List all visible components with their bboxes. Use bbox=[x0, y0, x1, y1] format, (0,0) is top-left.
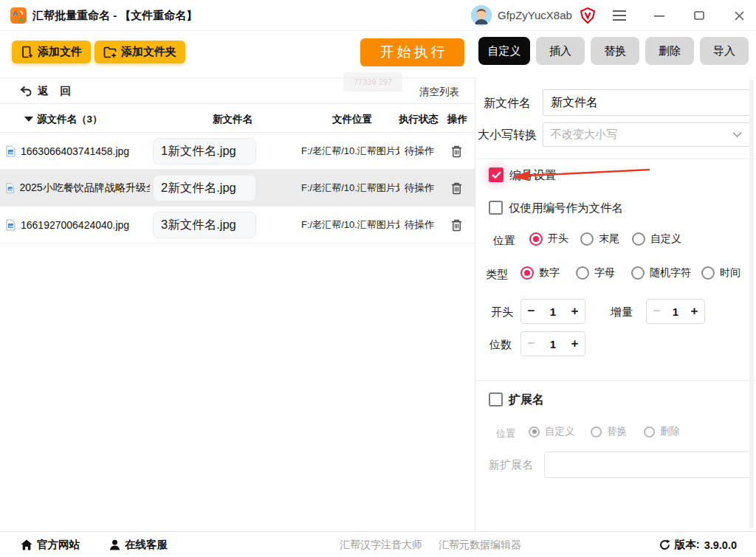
radio-position-end[interactable]: 末尾 bbox=[580, 232, 619, 246]
minus-button[interactable]: − bbox=[521, 336, 541, 351]
metadata-editor-link[interactable]: 汇帮元数据编辑器 bbox=[439, 532, 521, 557]
extension-label[interactable]: 扩展名 bbox=[509, 392, 544, 408]
start-number-stepper: − 1 + bbox=[520, 299, 585, 324]
title-bar: A A 汇帮批量重命名 - 【文件重命名】 GfpZyYucX8ab bbox=[0, 0, 756, 31]
plus-button[interactable]: + bbox=[565, 304, 585, 319]
radio-type-letter[interactable]: 字母 bbox=[576, 266, 615, 280]
source-file-name: 1661927006424040.jpg bbox=[21, 219, 129, 231]
official-site-link[interactable]: 官方网站 bbox=[21, 532, 80, 557]
increment-value[interactable]: 1 bbox=[667, 305, 684, 318]
plus-button[interactable]: + bbox=[684, 304, 704, 319]
new-name-input[interactable]: 2新文件名.jpg bbox=[153, 175, 256, 201]
app-logo-icon: A A bbox=[10, 7, 27, 24]
delete-row-button[interactable] bbox=[451, 207, 462, 243]
case-convert-label: 大小写转换 bbox=[478, 128, 537, 143]
start-execute-label: 开始执行 bbox=[380, 43, 448, 62]
new-name-label: 新文件名 bbox=[484, 96, 531, 111]
radio-ext-delete[interactable]: 删除 bbox=[644, 425, 680, 438]
clear-list-button[interactable]: 清空列表 bbox=[419, 86, 459, 99]
only-number-checkbox[interactable] bbox=[489, 201, 503, 215]
maximize-button[interactable] bbox=[693, 9, 706, 22]
trash-icon bbox=[451, 219, 462, 232]
file-location: F:/老汇帮/10.汇帮图片划 bbox=[301, 170, 399, 207]
new-extension-field[interactable] bbox=[544, 452, 752, 478]
new-name-field[interactable] bbox=[543, 89, 750, 116]
radio-position-start[interactable]: 开头 bbox=[529, 232, 568, 246]
minus-button[interactable]: − bbox=[521, 304, 541, 319]
radio-icon bbox=[529, 426, 540, 437]
only-number-label[interactable]: 仅使用编号作为文件名 bbox=[509, 201, 623, 216]
user-avatar[interactable] bbox=[471, 5, 492, 26]
minus-button[interactable]: − bbox=[647, 304, 667, 319]
sort-triangle-icon bbox=[24, 117, 33, 122]
radio-position-custom[interactable]: 自定义 bbox=[632, 232, 681, 246]
status-bar: 官方网站 在线客服 汇帮汉字注音大师 汇帮元数据编辑器 版本: 3.9.0.0 bbox=[0, 531, 756, 557]
divider bbox=[475, 380, 756, 381]
tab-replace[interactable]: 替换 bbox=[591, 37, 639, 65]
file-location: F:/老汇帮/10.汇帮图片划 bbox=[301, 133, 399, 170]
radio-icon bbox=[576, 266, 589, 280]
column-source[interactable]: 源文件名（3） bbox=[24, 113, 103, 126]
back-arrow-icon bbox=[20, 86, 32, 97]
numbering-checkbox[interactable] bbox=[489, 167, 504, 182]
version-info: 版本: 3.9.0.0 bbox=[659, 532, 737, 557]
username-text: GfpZyYucX8ab bbox=[498, 9, 572, 21]
image-file-icon bbox=[6, 145, 16, 157]
pinyin-master-link[interactable]: 汇帮汉字注音大师 bbox=[340, 532, 422, 557]
radio-ext-custom[interactable]: 自定义 bbox=[529, 425, 575, 438]
add-file-button[interactable]: 添加文件 bbox=[12, 41, 91, 63]
back-label: 返 回 bbox=[38, 84, 75, 98]
image-file-icon bbox=[6, 219, 16, 231]
menu-icon[interactable] bbox=[613, 9, 626, 22]
add-file-icon bbox=[21, 46, 33, 58]
source-file-name: 1663066403741458.jpg bbox=[21, 145, 129, 157]
watermark-text: 77339 297 bbox=[343, 72, 402, 91]
case-convert-value: 不改变大小写 bbox=[551, 128, 617, 142]
panel-scrollbar[interactable] bbox=[749, 80, 754, 528]
vip-badge-icon[interactable] bbox=[579, 7, 597, 24]
delete-row-button[interactable] bbox=[451, 170, 462, 207]
radio-ext-replace[interactable]: 替换 bbox=[591, 425, 627, 438]
status-text: 待操作 bbox=[405, 170, 435, 207]
minimize-button[interactable] bbox=[653, 9, 666, 22]
back-button[interactable]: 返 回 bbox=[20, 84, 75, 98]
start-number-value[interactable]: 1 bbox=[541, 305, 565, 318]
trash-icon bbox=[451, 182, 462, 195]
digits-stepper: − 1 + bbox=[520, 331, 585, 356]
numbering-label[interactable]: 编号设置 bbox=[509, 168, 557, 184]
tab-import[interactable]: 导入 bbox=[700, 37, 749, 65]
add-folder-button[interactable]: 添加文件夹 bbox=[94, 41, 185, 63]
digits-value[interactable]: 1 bbox=[541, 338, 565, 350]
table-row[interactable]: 1661927006424040.jpg 3新文件名.jpg F:/老汇帮/10… bbox=[0, 207, 475, 243]
source-file-cell: 2025小吃餐饮品牌战略升级全案 bbox=[6, 170, 150, 207]
plus-button[interactable]: + bbox=[565, 336, 585, 351]
refresh-icon[interactable] bbox=[659, 539, 670, 550]
radio-icon bbox=[529, 232, 543, 246]
tab-delete[interactable]: 删除 bbox=[645, 37, 694, 65]
table-row[interactable]: 2025小吃餐饮品牌战略升级全案 2新文件名.jpg F:/老汇帮/10.汇帮图… bbox=[0, 170, 475, 207]
table-row[interactable]: 1663066403741458.jpg 1新文件名.jpg F:/老汇帮/10… bbox=[0, 133, 475, 170]
tab-insert[interactable]: 插入 bbox=[536, 37, 585, 65]
table-header: 源文件名（3） 新文件名 文件位置 执行状态 操作 bbox=[0, 104, 475, 133]
radio-type-number[interactable]: 数字 bbox=[520, 266, 560, 280]
radio-type-time[interactable]: 时间 bbox=[701, 266, 740, 280]
home-icon bbox=[21, 539, 32, 550]
version-number: 3.9.0.0 bbox=[704, 539, 737, 551]
online-support-link[interactable]: 在线客服 bbox=[109, 532, 168, 557]
source-file-cell: 1663066403741458.jpg bbox=[6, 133, 150, 170]
column-location: 文件位置 bbox=[332, 113, 372, 126]
tab-custom[interactable]: 自定义 bbox=[478, 37, 530, 65]
case-convert-select[interactable]: 不改变大小写 bbox=[543, 122, 750, 147]
ext-position-label: 位置 bbox=[496, 427, 515, 440]
new-extension-label: 新扩展名 bbox=[489, 458, 533, 472]
start-execute-button[interactable]: 开始执行 bbox=[360, 38, 464, 66]
radio-type-random[interactable]: 随机字符 bbox=[631, 266, 691, 280]
new-name-input[interactable]: 3新文件名.jpg bbox=[153, 212, 256, 238]
settings-panel: 自定义 插入 替换 删除 导入 新文件名 大小写转换 不改变大小写 编号设置 仅… bbox=[475, 31, 756, 531]
radio-icon bbox=[580, 232, 594, 246]
digits-label: 位数 bbox=[489, 338, 512, 352]
new-name-input[interactable]: 1新文件名.jpg bbox=[153, 138, 256, 165]
delete-row-button[interactable] bbox=[451, 133, 462, 170]
close-button[interactable] bbox=[732, 9, 746, 22]
extension-checkbox[interactable] bbox=[489, 392, 503, 406]
